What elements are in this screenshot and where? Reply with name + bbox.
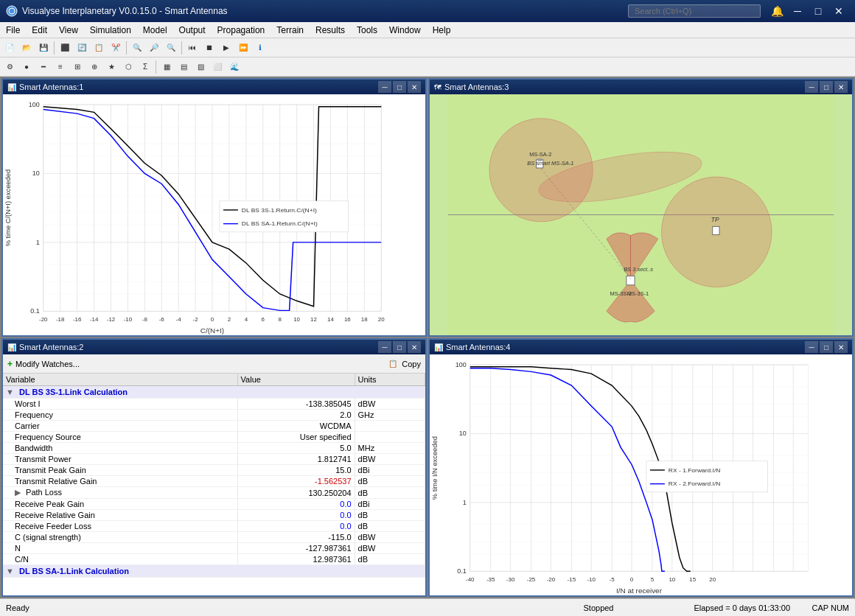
table-row: Receive Feeder Loss 0.0 dB (3, 521, 425, 532)
save-button[interactable]: 💾 (35, 40, 52, 56)
tb2-btn-2[interactable]: ● (18, 59, 35, 75)
tb-btn-4[interactable]: 🔄 (74, 40, 90, 56)
menu-tools[interactable]: Tools (351, 22, 383, 38)
menu-model[interactable]: Model (137, 22, 173, 38)
window-4-title: 📊 Smart Antennas:4 ─ □ ✕ (430, 340, 852, 354)
play-button[interactable]: ▶ (218, 40, 234, 56)
svg-text:RX - 1.Forward.I/N: RX - 1.Forward.I/N (669, 467, 721, 474)
w4-close[interactable]: ✕ (834, 341, 848, 353)
svg-text:-6: -6 (159, 317, 164, 323)
table-row: Worst I -138.385045 dBW (3, 399, 425, 410)
window-3-controls[interactable]: ─ □ ✕ (805, 81, 848, 93)
tb-btn-5[interactable]: 📋 (91, 40, 107, 56)
fast-forward-button[interactable]: ⏩ (235, 40, 251, 56)
tb2-btn-5[interactable]: ⊞ (69, 59, 86, 75)
tb2-btn-3[interactable]: ━ (35, 59, 52, 75)
window-3-icon: 🗺 (434, 83, 442, 91)
info-button[interactable]: ℹ (252, 40, 268, 56)
step-back-button[interactable]: ⏮ (184, 40, 200, 56)
w3-maximize[interactable]: □ (820, 81, 833, 93)
w3-close[interactable]: ✕ (834, 81, 848, 93)
svg-text:I/N at receiver: I/N at receiver (616, 587, 663, 595)
w2-close[interactable]: ✕ (408, 341, 421, 353)
table-row: C (signal strength) -115.0 dBW (3, 532, 425, 543)
w2-maximize[interactable]: □ (393, 341, 406, 353)
tb2-btn-7[interactable]: ★ (103, 59, 119, 75)
status-cap: CAP NUM (790, 603, 849, 612)
menu-window[interactable]: Window (383, 22, 427, 38)
separator-4 (156, 60, 156, 74)
menu-view[interactable]: View (53, 22, 84, 38)
tb-btn-7[interactable]: 🔍 (129, 40, 145, 56)
close-button[interactable]: ✕ (828, 4, 849, 18)
expand-path-icon[interactable]: ▶ (15, 488, 21, 497)
unit-rx-feeder: dB (355, 521, 425, 532)
window-2-title: 📊 Smart Antennas:2 ─ □ ✕ (3, 340, 425, 354)
window-2: 📊 Smart Antennas:2 ─ □ ✕ + Modify Watche… (1, 338, 427, 597)
svg-text:14: 14 (327, 317, 335, 323)
tb2-btn-10[interactable]: ▦ (158, 59, 175, 75)
maximize-button[interactable]: □ (808, 4, 828, 18)
menu-file[interactable]: File (0, 22, 26, 38)
expand-icon[interactable]: ▼ (6, 388, 14, 396)
app-icon (6, 5, 18, 17)
unit-cn: dB (355, 554, 425, 565)
svg-text:-2: -2 (193, 317, 198, 323)
w1-close[interactable]: ✕ (408, 81, 421, 93)
w4-minimize[interactable]: ─ (805, 341, 818, 353)
svg-text:12: 12 (310, 317, 317, 323)
w1-minimize[interactable]: ─ (378, 81, 391, 93)
search-input[interactable] (628, 4, 761, 18)
tb2-btn-8[interactable]: ⬡ (120, 59, 136, 75)
tb-btn-3[interactable]: ⬛ (57, 40, 73, 56)
window-4-controls[interactable]: ─ □ ✕ (805, 341, 848, 353)
menu-propagation[interactable]: Propagation (212, 22, 271, 38)
col-variable: Variable (3, 374, 237, 386)
val-cn: 12.987361 (237, 554, 355, 565)
expand-icon-2[interactable]: ▼ (6, 567, 14, 575)
zoom-out-button[interactable]: 🔍 (163, 40, 179, 56)
svg-text:0.1: 0.1 (30, 307, 40, 315)
menu-output[interactable]: Output (173, 22, 212, 38)
minimize-button[interactable]: ─ (787, 4, 808, 18)
copy-button[interactable]: Copy (402, 360, 421, 368)
svg-text:8: 8 (278, 317, 281, 323)
w3-minimize[interactable]: ─ (805, 81, 818, 93)
table-scroll[interactable]: Variable Value Units ▼ DL BS 3S-1.Link C… (3, 374, 425, 595)
stop-button[interactable]: ⏹ (201, 40, 217, 56)
svg-text:-20: -20 (547, 577, 556, 584)
new-button[interactable]: 📄 (1, 40, 18, 56)
section-header-2: ▼ DL BS SA-1.Link Calculation (3, 565, 425, 578)
unit-path-loss: dB (355, 487, 425, 499)
w1-maximize[interactable]: □ (393, 81, 406, 93)
tb2-btn-12[interactable]: ▧ (192, 59, 209, 75)
tb2-btn-4[interactable]: ≡ (52, 59, 69, 75)
menu-results[interactable]: Results (310, 22, 351, 38)
modify-watches-button[interactable]: Modify Watches... (15, 360, 80, 368)
open-button[interactable]: 📂 (18, 40, 35, 56)
tb2-btn-1[interactable]: ⚙ (1, 59, 18, 75)
menu-simulation[interactable]: Simulation (84, 22, 137, 38)
unit-worst-i: dBW (355, 399, 425, 410)
tb2-btn-6[interactable]: ⊕ (86, 59, 102, 75)
tb2-btn-9[interactable]: Σ (137, 59, 153, 75)
tb2-btn-11[interactable]: ▤ (175, 59, 192, 75)
w4-maximize[interactable]: □ (820, 341, 833, 353)
tb-btn-6[interactable]: ✂️ (108, 40, 124, 56)
tb2-btn-13[interactable]: ⬜ (209, 59, 226, 75)
tb2-btn-14[interactable]: 🌊 (226, 59, 242, 75)
menu-help[interactable]: Help (427, 22, 457, 38)
window-2-controls[interactable]: ─ □ ✕ (378, 341, 421, 353)
w2-minimize[interactable]: ─ (378, 341, 391, 353)
val-rx-rel-gain: 0.0 (237, 510, 355, 521)
window-1-controls[interactable]: ─ □ ✕ (378, 81, 421, 93)
table-row: Transmit Relative Gain -1.562537 dB (3, 476, 425, 487)
var-carrier: Carrier (3, 421, 237, 432)
svg-text:4: 4 (245, 317, 248, 323)
menu-edit[interactable]: Edit (26, 22, 53, 38)
window-3: 🗺 Smart Antennas:3 ─ □ ✕ (428, 78, 854, 337)
menu-terrain[interactable]: Terrain (271, 22, 310, 38)
zoom-in-button[interactable]: 🔎 (146, 40, 162, 56)
notification-icon[interactable]: 🔔 (767, 4, 787, 18)
unit-frequency: GHz (355, 410, 425, 421)
